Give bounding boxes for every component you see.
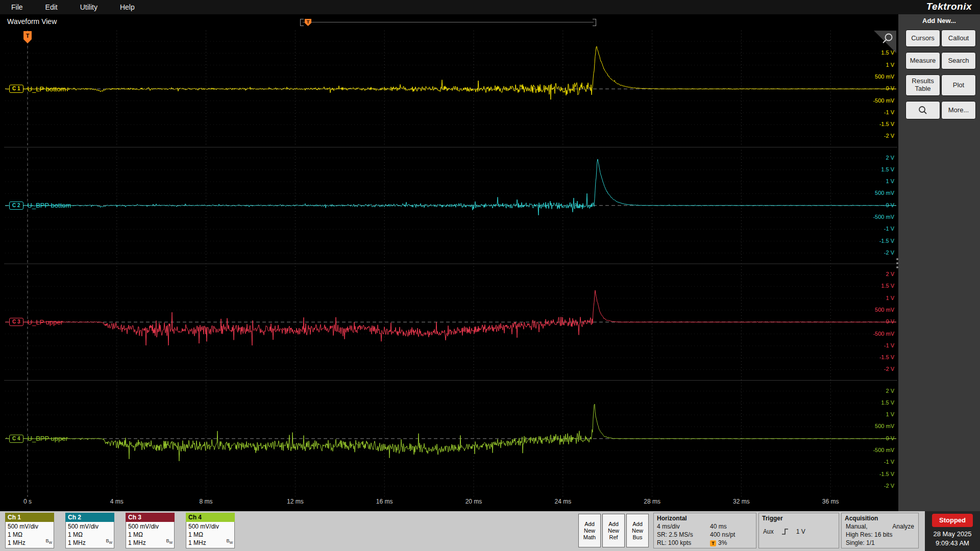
bandwidth-limit-tag: BW xyxy=(106,537,112,547)
waveform-view-title: Waveform View xyxy=(7,17,57,26)
menu-item-file[interactable]: File xyxy=(11,3,23,11)
tektronix-logo: Tektronix xyxy=(926,1,972,12)
time-text: 9:09:43 AM xyxy=(925,539,980,547)
y-axis-label-c-3: -1 V xyxy=(838,342,894,349)
trigger-position-icon: T xyxy=(710,540,716,546)
channel-badge-c-1[interactable]: C 1 xyxy=(9,85,23,93)
waveform-trace-c-4[interactable] xyxy=(5,404,896,461)
run-stop-status[interactable]: Stopped xyxy=(932,514,973,527)
y-axis-label-c-4: 2 V xyxy=(838,387,894,395)
menu-bar: FileEditUtilityHelp Tektronix xyxy=(0,0,980,14)
waveform-trace-c-2[interactable] xyxy=(5,159,896,215)
channel-badge-c-3[interactable]: C 3 xyxy=(9,318,23,326)
channel-label-c-4: C 4U_BPP upper xyxy=(9,434,68,443)
date-text: 28 May 2025 xyxy=(925,530,980,538)
acquisition-title: Acquisition xyxy=(842,513,918,522)
bottom-settings-bar: Ch 1500 mV/div1 MΩ1 MHzBWCh 2500 mV/div1… xyxy=(0,511,980,551)
acquisition-mode-row: Manual, Analyze xyxy=(842,522,918,531)
channel-name-c-1: U_LP bottom xyxy=(28,85,66,93)
y-axis-label-c-3: 2 V xyxy=(838,270,894,278)
sidebar-button-results-table[interactable]: Results Table xyxy=(905,74,940,96)
channel-settings-3[interactable]: Ch 3500 mV/div1 MΩ1 MHzBW xyxy=(126,513,175,548)
channel-label-c-1: C 1U_LP bottom xyxy=(9,84,66,93)
time-axis-label: 0 s xyxy=(7,498,48,505)
slider-right-bracket xyxy=(593,19,596,26)
waveform-trace-c-1[interactable] xyxy=(5,46,896,99)
y-axis-label-c-3: -500 mV xyxy=(838,330,894,338)
channel-impedance: 1 MΩ xyxy=(188,531,232,539)
trigger-level: 1 V xyxy=(796,528,805,535)
waveform-view: Waveform View T T 1.5 V1 V500 mV0 V-500 … xyxy=(0,14,898,511)
y-axis-label-c-1: -2 V xyxy=(838,132,894,140)
sidebar-button-search[interactable]: Search xyxy=(941,52,976,69)
acquisition-panel[interactable]: Acquisition Manual, Analyze High Res: 16… xyxy=(841,513,919,548)
menu-item-edit[interactable]: Edit xyxy=(45,3,58,11)
sidebar-button-measure[interactable]: Measure xyxy=(905,52,940,69)
y-axis-label-c-4: 1.5 V xyxy=(838,399,894,407)
time-axis-label: 16 ms xyxy=(364,498,405,505)
channel-name-c-3: U_LP upper xyxy=(28,318,63,326)
y-axis-label-c-2: 1.5 V xyxy=(838,166,894,173)
y-axis-label-c-3: 0 V xyxy=(838,318,894,325)
time-axis-label: 20 ms xyxy=(453,498,494,505)
waveform-trace-c-3[interactable] xyxy=(5,290,896,345)
trigger-source: Aux xyxy=(763,528,774,535)
y-axis-label-c-2: -2 V xyxy=(838,249,894,257)
slider-track[interactable] xyxy=(303,22,594,22)
channel-scale: 500 mV/div xyxy=(68,522,112,531)
add-new-bus-button[interactable]: AddNewBus xyxy=(626,514,649,547)
y-axis-label-c-4: -2 V xyxy=(838,482,894,490)
sidebar-button-cursors[interactable]: Cursors xyxy=(905,30,940,47)
time-axis-label: 12 ms xyxy=(275,498,315,505)
sidebar-button-callout[interactable]: Callout xyxy=(941,30,976,47)
menu-item-utility[interactable]: Utility xyxy=(80,3,97,11)
channel-name-c-2: U_BPP bottom xyxy=(28,202,71,209)
horizontal-title: Horizontal xyxy=(654,513,756,522)
channel-scale: 500 mV/div xyxy=(8,522,52,531)
y-axis-label-c-1: -500 mV xyxy=(838,97,894,105)
channel-badge-c-4[interactable]: C 4 xyxy=(9,435,23,443)
trigger-flag-label: T xyxy=(26,33,30,39)
y-axis-label-c-1: 500 mV xyxy=(838,73,894,81)
y-axis-label-c-2: -1 V xyxy=(838,225,894,233)
channel-name-c-4: U_BPP upper xyxy=(28,435,68,442)
channel-settings-4[interactable]: Ch 4500 mV/div1 MΩ1 MHzBW xyxy=(186,513,235,548)
channel-badge-c-2[interactable]: C 2 xyxy=(9,202,23,210)
trigger-panel[interactable]: Trigger Aux 1 V xyxy=(758,513,839,548)
y-axis-label-c-3: 1.5 V xyxy=(838,282,894,290)
y-axis-label-c-2: 2 V xyxy=(838,154,894,162)
y-axis-label-c-1: 1.5 V xyxy=(838,49,894,57)
channel-settings-header-4: Ch 4 xyxy=(186,513,235,522)
add-new-heading: Add New... xyxy=(898,17,980,24)
channel-settings-header-3: Ch 3 xyxy=(126,513,175,522)
sidebar-button-plot[interactable]: Plot xyxy=(941,74,976,96)
menu-item-help[interactable]: Help xyxy=(120,3,135,11)
trigger-title: Trigger xyxy=(759,513,839,522)
channel-scale: 500 mV/div xyxy=(128,522,172,531)
channel-settings-header-2: Ch 2 xyxy=(65,513,114,522)
channel-label-c-2: C 2U_BPP bottom xyxy=(9,201,71,210)
y-axis-label-c-3: -2 V xyxy=(838,365,894,373)
panel-drag-handle[interactable] xyxy=(896,258,898,268)
y-axis-label-c-2: -500 mV xyxy=(838,213,894,221)
add-new-ref-button[interactable]: AddNewRef xyxy=(602,514,625,547)
slider-left-bracket xyxy=(300,19,304,26)
sidebar-button-zoom[interactable] xyxy=(905,101,940,119)
add-new-math-button[interactable]: AddNewMath xyxy=(578,514,601,547)
horizontal-panel[interactable]: Horizontal 4 ms/div 40 ms SR: 2.5 MS/s 4… xyxy=(653,513,756,548)
horizontal-duration: 40 ms xyxy=(710,523,753,531)
trigger-row: Aux 1 V xyxy=(759,522,839,536)
channel-settings-2[interactable]: Ch 2500 mV/div1 MΩ1 MHzBW xyxy=(65,513,114,548)
magnifier-icon xyxy=(918,105,928,115)
y-axis-label-c-1: 1 V xyxy=(838,61,894,69)
channel-bandwidth: 1 MHz xyxy=(8,539,52,547)
y-axis-label-c-4: 0 V xyxy=(838,435,894,442)
sidebar-button-more[interactable]: More... xyxy=(941,101,976,119)
horizontal-row-sr: SR: 2.5 MS/s 400 ns/pt xyxy=(654,531,756,539)
y-axis-label-c-1: 0 V xyxy=(838,85,894,92)
menu: FileEditUtilityHelp xyxy=(11,0,135,14)
slider-trigger-marker[interactable]: T xyxy=(305,19,311,26)
channel-settings-1[interactable]: Ch 1500 mV/div1 MΩ1 MHzBW xyxy=(5,513,54,548)
time-axis-label: 32 ms xyxy=(721,498,762,505)
horizontal-position-slider[interactable]: T xyxy=(300,18,596,27)
